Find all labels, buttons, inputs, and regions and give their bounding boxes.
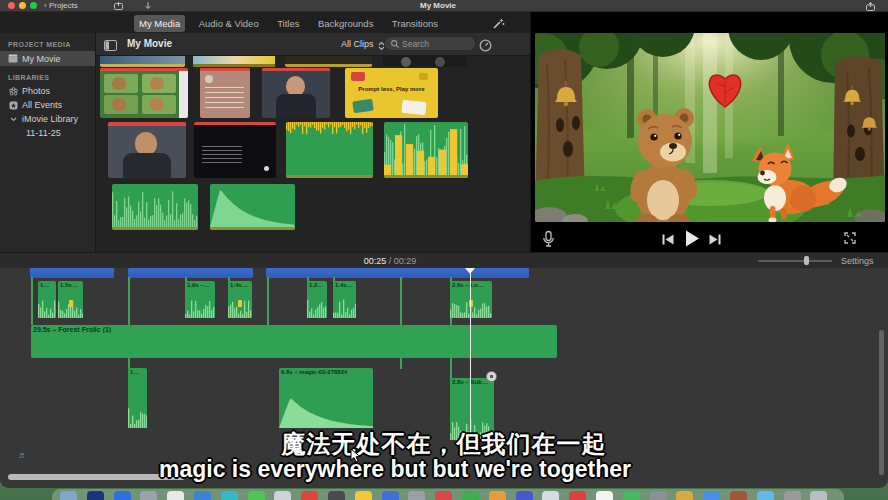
search-input[interactable]: Search [385, 37, 475, 50]
dock-app-icon[interactable] [301, 491, 318, 500]
dock-app-icon[interactable] [87, 491, 104, 500]
media-thumb[interactable] [100, 56, 185, 67]
dock-app-icon[interactable] [221, 491, 238, 500]
dock-app-icon[interactable] [569, 491, 586, 500]
chevron-updown-icon[interactable] [377, 38, 385, 54]
audio-clip[interactable]: 1.4s… [228, 281, 252, 318]
media-thumb[interactable] [193, 56, 275, 67]
dock-app-icon[interactable] [542, 491, 559, 500]
audio-clip[interactable]: 1.4s… [333, 281, 356, 318]
timeline[interactable]: ♬ 29.5s – Forest Frolic (1)1…1.5s…1.9s –… [0, 268, 888, 487]
clapperboard-icon [8, 54, 18, 63]
skip-forward-button[interactable] [708, 233, 722, 245]
fullscreen-icon[interactable] [843, 231, 857, 245]
bear-fox-forest-scene [535, 33, 885, 222]
tab-transitions[interactable]: Transitions [387, 15, 443, 32]
horizontal-scrollbar[interactable] [8, 474, 185, 480]
subtitle-clip-bar[interactable] [266, 268, 529, 278]
dock-app-icon[interactable] [328, 491, 345, 500]
media-thumb[interactable] [383, 56, 467, 67]
dock-app-icon[interactable] [435, 491, 452, 500]
media-thumb-webcam-2[interactable] [108, 122, 186, 178]
audio-clip[interactable]: 1… [128, 368, 147, 428]
clip-connector-stem [267, 277, 269, 325]
zoom-slider-track[interactable] [758, 260, 832, 262]
sidebar-item-imovie-library[interactable]: iMovie Library [0, 112, 95, 126]
media-thumb-audio-3[interactable] [112, 184, 198, 230]
back-to-projects-button[interactable]: ‹ Projects [44, 1, 78, 10]
pane-toggle-icon[interactable] [102, 37, 118, 53]
tab-backgrounds[interactable]: Backgrounds [313, 15, 378, 32]
dock-app-icon[interactable] [140, 491, 157, 500]
audio-clip[interactable]: 1.9s –… [185, 281, 215, 318]
media-thumb-audio-1[interactable] [286, 122, 373, 178]
sidebar-item-my-movie[interactable]: My Movie [0, 51, 95, 66]
zoom-window-button[interactable] [30, 2, 37, 9]
screen: ‹ Projects My Movie My Media Audio & Vid… [0, 0, 888, 500]
media-thumb-screen-recording[interactable] [194, 122, 276, 178]
search-placeholder: Search [402, 39, 429, 49]
media-thumb-notes-doc[interactable] [200, 68, 250, 118]
volume-knob-icon[interactable] [486, 371, 497, 382]
dock-app-icon[interactable] [382, 491, 399, 500]
audio-clip[interactable]: 2.8s – Bub… [450, 378, 494, 440]
dock-app-icon[interactable] [462, 491, 479, 500]
clip-connector-stem [31, 277, 33, 325]
dock-app-icon[interactable] [248, 491, 265, 500]
sidebar-label: All Events [22, 100, 62, 110]
media-thumb-bear-video[interactable] [100, 68, 188, 118]
dock-app-icon[interactable] [650, 491, 667, 500]
enhance-wand-icon[interactable] [490, 15, 506, 31]
media-thumb-prompt-slide[interactable]: Prompt less, Play more [345, 68, 438, 118]
skip-back-button[interactable] [661, 233, 675, 245]
zoom-slider-thumb[interactable] [804, 256, 809, 265]
titlebar: ‹ Projects My Movie [0, 0, 888, 12]
dock-app-icon[interactable] [623, 491, 640, 500]
close-window-button[interactable] [8, 2, 15, 9]
dock-app-icon[interactable] [703, 491, 720, 500]
tab-my-media[interactable]: My Media [134, 15, 185, 32]
sidebar-item-all-events[interactable]: All Events [0, 98, 95, 112]
dock-app-icon[interactable] [810, 491, 827, 500]
dock-app-icon[interactable] [730, 491, 747, 500]
dock-app-icon[interactable] [757, 491, 774, 500]
audio-clip[interactable]: 1.5s… [58, 281, 83, 318]
tab-audio-video[interactable]: Audio & Video [194, 15, 264, 32]
dock-app-icon[interactable] [408, 491, 425, 500]
playhead[interactable] [470, 268, 472, 442]
play-button[interactable] [683, 229, 701, 247]
vertical-scrollbar[interactable] [879, 330, 884, 475]
audio-clip[interactable]: 6.8s – magic-03-278824 [279, 368, 373, 428]
tab-titles[interactable]: Titles [272, 15, 304, 32]
playhead-head[interactable] [465, 268, 475, 274]
dock-app-icon[interactable] [516, 491, 533, 500]
music-clip-forest-frolic[interactable]: 29.5s – Forest Frolic (1) [31, 325, 557, 358]
dock-app-icon[interactable] [194, 491, 211, 500]
media-thumb-audio-2[interactable] [384, 122, 468, 178]
clip-filter-dropdown[interactable]: All Clips [341, 39, 374, 49]
audio-clip[interactable]: 1.2… [307, 281, 327, 318]
dock-app-icon[interactable] [676, 491, 693, 500]
media-thumb-webcam-1[interactable] [262, 68, 330, 118]
subtitle-clip-bar[interactable] [30, 268, 114, 278]
clip-appearance-button[interactable] [477, 37, 493, 53]
dock-app-icon[interactable] [167, 491, 184, 500]
dock-app-icon[interactable] [60, 491, 77, 500]
dock-app-icon[interactable] [355, 491, 372, 500]
dock-app-icon[interactable] [274, 491, 291, 500]
audio-clip[interactable]: 1… [38, 281, 56, 318]
sidebar-item-photos[interactable]: Photos [0, 84, 95, 98]
sidebar-item-event-date[interactable]: 11-11-25 [0, 126, 95, 140]
media-thumb-audio-4[interactable] [210, 184, 295, 230]
dock-app-icon[interactable] [596, 491, 613, 500]
media-thumb[interactable] [285, 56, 372, 67]
dock-app-icon[interactable] [784, 491, 801, 500]
timeline-settings-button[interactable]: Settings [841, 256, 874, 266]
microphone-icon[interactable] [541, 230, 555, 248]
dock-app-icon[interactable] [489, 491, 506, 500]
audio-clip[interactable]: 2.6s – Lu… [450, 281, 492, 318]
media-browser-header: My Movie All Clips Search [96, 33, 530, 56]
minimize-window-button[interactable] [19, 2, 26, 9]
subtitle-clip-bar[interactable] [128, 268, 253, 278]
dock-app-icon[interactable] [114, 491, 131, 500]
